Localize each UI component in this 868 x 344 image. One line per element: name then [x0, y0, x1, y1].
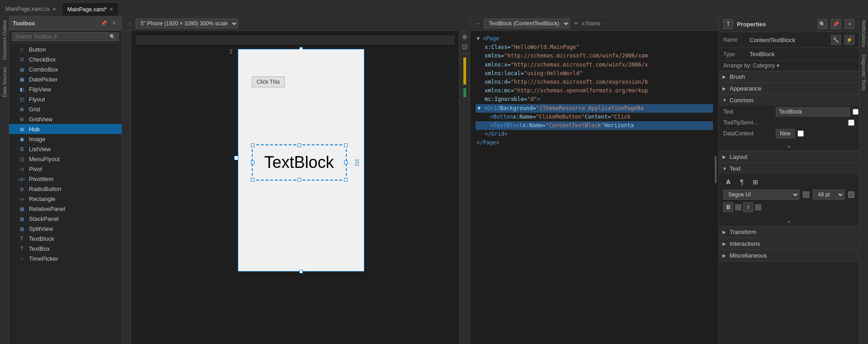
click-this-button[interactable]: Click This: [252, 76, 285, 87]
section-miscellaneous-header[interactable]: ▶ Miscellaneous: [719, 250, 859, 261]
xml-toolbar-icon[interactable]: ↔: [474, 19, 482, 28]
xml-line-3: xmlns="http://schemas.microsoft.com/winf…: [476, 52, 713, 60]
prop-datacontext-checkbox[interactable]: [797, 130, 804, 137]
toolbox-item-label-pivotitem: PivotItem: [29, 176, 53, 182]
handle-tr[interactable]: [344, 143, 348, 147]
italic-box-btn[interactable]: [755, 204, 761, 210]
properties-search-icon[interactable]: 🔍: [817, 19, 827, 29]
toolbox-item-textblock[interactable]: T TextBlock: [9, 234, 122, 244]
font-select[interactable]: Segoe UI: [723, 190, 799, 200]
prop-more-text[interactable]: ⌄: [719, 215, 859, 226]
section-common-header[interactable]: ▼ Common: [719, 95, 859, 106]
toolbox-item-image[interactable]: ▣ Image: [9, 134, 122, 144]
handle-bl[interactable]: [251, 178, 255, 182]
toolbox-item-gridview[interactable]: ⊟ GridView: [9, 114, 122, 124]
prop-text-value[interactable]: [776, 107, 850, 116]
properties-close-icon[interactable]: ✕: [844, 19, 854, 29]
prop-edit-icon[interactable]: 🔧: [831, 35, 841, 45]
toolbox-item-hub[interactable]: ▦ Hub: [9, 124, 122, 134]
vtab-data-sources[interactable]: Data Sources: [1, 63, 8, 101]
vtab-diagnostic-tools[interactable]: Diagnostic Tools: [860, 51, 868, 94]
section-brush-header[interactable]: ▶ Brush: [719, 71, 859, 82]
prop-lightning-icon[interactable]: ⚡: [844, 35, 854, 45]
prop-text-checkbox[interactable]: [853, 109, 859, 115]
breadcrumb-select[interactable]: TextBlock (ContentTextBlock): [484, 19, 570, 29]
text-layout-icon[interactable]: ⊞: [750, 177, 760, 187]
textblock-selected[interactable]: TextBlock 152: [252, 144, 347, 181]
toolbox-item-stackpanel[interactable]: ▤ StackPanel: [9, 214, 122, 224]
toolbox-close-icon[interactable]: ✕: [110, 19, 118, 27]
toolbox-item-pivotitem[interactable]: ◁▷ PivotItem: [9, 174, 122, 184]
section-interactions-header[interactable]: ▶ Interactions: [719, 238, 859, 249]
common-arrow-icon: ▼: [722, 98, 728, 103]
toolbox-item-combobox[interactable]: ▤ ComboBox: [9, 64, 122, 74]
handle-tm[interactable]: [297, 143, 301, 147]
font-size-select[interactable]: 48 pt: [813, 190, 844, 200]
toolbox-pin-icon[interactable]: 📌: [100, 19, 108, 27]
handle-mr[interactable]: [344, 161, 348, 164]
common-section-title: Common: [730, 97, 754, 104]
toolbox-item-relativepanel[interactable]: ▧ RelativePanel: [9, 204, 122, 214]
properties-pin-icon[interactable]: 📌: [831, 19, 841, 29]
toolbox-item-menuflyout[interactable]: ◳ MenuFlyout: [9, 154, 122, 164]
xml-content[interactable]: ▼ <Page x:Class="HelloWorld.MainPage" xm…: [470, 31, 718, 344]
prop-name-label: Name: [723, 37, 746, 43]
designer-fit[interactable]: ⊡: [461, 43, 469, 51]
toolbox-item-rectangle[interactable]: ▭ Rectangle: [9, 194, 122, 204]
toolbox-item-radiobutton[interactable]: ◎ RadioButton: [9, 184, 122, 194]
toolbox-item-datepicker[interactable]: ▦ DatePicker: [9, 74, 122, 84]
prop-tooltip-checkbox[interactable]: [848, 119, 854, 126]
phone-bottom-handle[interactable]: [299, 270, 303, 273]
toolbox-item-flyout[interactable]: ◰ Flyout: [9, 94, 122, 104]
tab-mainpage-xaml[interactable]: MainPage.xaml* ✕: [62, 2, 119, 16]
xname-icon[interactable]: ✏: [572, 19, 580, 28]
toolbox-item-textbox[interactable]: T TextBox: [9, 244, 122, 253]
handle-ml[interactable]: [251, 161, 255, 164]
toolbox-item-pivot[interactable]: ◁ Pivot: [9, 164, 122, 174]
tab-close-cs[interactable]: ✕: [52, 7, 56, 12]
handle-tl[interactable]: [251, 143, 255, 147]
font-size-box-btn[interactable]: [848, 191, 854, 198]
bold-box-btn[interactable]: [735, 204, 741, 210]
toolbox-item-button[interactable]: □ Button: [9, 44, 122, 54]
toolbox-item-splitview[interactable]: ▥ SplitView: [9, 224, 122, 234]
tab-close-xaml[interactable]: ✕: [109, 7, 113, 12]
vtab-notifications[interactable]: Notifications: [860, 16, 868, 51]
text-align-icon[interactable]: A: [723, 177, 733, 187]
section-text-header[interactable]: ▼ Text: [719, 163, 859, 174]
phone-canvas[interactable]: Click This: [238, 49, 364, 271]
xml-line-8: mc:Ignorable="d">: [476, 95, 713, 104]
prop-new-button[interactable]: New: [776, 129, 795, 138]
toolbox-item-label-combobox: ComboBox: [29, 66, 58, 73]
italic-button[interactable]: I: [743, 202, 753, 212]
tab-mainpage-cs[interactable]: MainPage.xaml.cs ✕: [0, 2, 62, 16]
handle-br[interactable]: [344, 178, 348, 182]
section-layout-header[interactable]: ▶ Layout: [719, 151, 859, 162]
toolbox-item-grid[interactable]: ⊞ Grid: [9, 104, 122, 114]
scale-select[interactable]: 5" Phone (1920 × 1080) 300% scale: [136, 19, 238, 29]
search-input[interactable]: [12, 32, 107, 41]
scroll-indicator[interactable]: [715, 156, 717, 183]
text-para-icon[interactable]: ¶: [737, 177, 747, 187]
designer-zoom-in[interactable]: ⊕: [461, 33, 469, 41]
toolbox-item-timepicker[interactable]: ○ TimePicker: [9, 253, 122, 263]
section-transform-header[interactable]: ▶ Transform: [719, 226, 859, 238]
xml-marker-green: [463, 88, 466, 97]
font-box-btn[interactable]: [803, 191, 809, 198]
toolbox-item-listview[interactable]: ☰ ListView: [9, 144, 122, 154]
vtab-document-outline[interactable]: Document Outline: [1, 16, 8, 63]
prop-name-row: Name ContentTextBlock 🔧 ⚡: [719, 32, 859, 48]
section-text: ▼ Text A ¶ ⊞ Segoe UI 48 pt: [719, 163, 859, 226]
designer-icon-1[interactable]: ↕: [126, 19, 134, 28]
handle-bm[interactable]: [297, 178, 301, 182]
interactions-arrow-icon: ▶: [722, 241, 728, 246]
vertical-tabs-right: Notifications Diagnostic Tools: [859, 16, 868, 344]
bold-button[interactable]: B: [723, 202, 733, 212]
search-button[interactable]: 🔍: [107, 33, 119, 41]
prop-more-common[interactable]: ⌄: [719, 140, 859, 151]
toolbox-item-flipview[interactable]: ◧ FlipView: [9, 84, 122, 94]
section-appearance-header[interactable]: ▶ Appearance: [719, 83, 859, 94]
toolbox-item-label-gridview: GridView: [29, 116, 53, 123]
toolbox-item-checkbox[interactable]: ☑ CheckBox: [9, 54, 122, 64]
arrange-dropdown-icon[interactable]: ▾: [777, 62, 779, 69]
